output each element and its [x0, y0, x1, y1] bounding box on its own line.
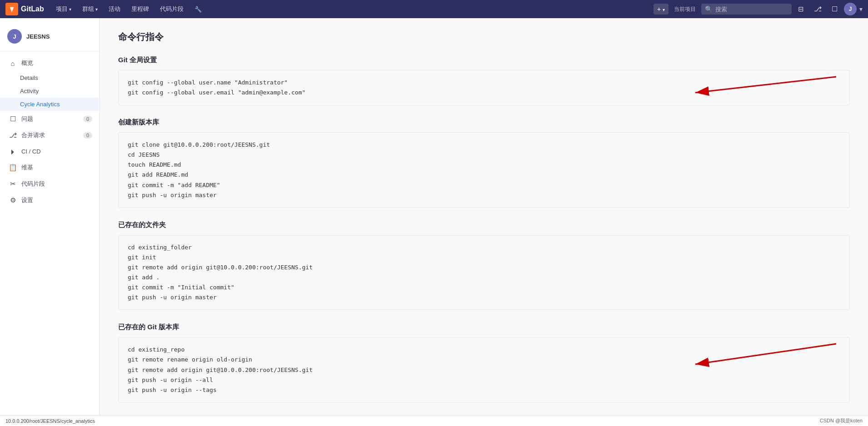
- menu-projects[interactable]: 项目 ▾: [51, 2, 76, 16]
- code-block-git-global: git config --global user.name "Administr…: [118, 70, 850, 105]
- user-avatar[interactable]: J: [844, 3, 857, 15]
- page-title: 命令行指令: [118, 31, 850, 43]
- section-existing-git-repo-title: 已存在的 Git 版本库: [118, 323, 850, 332]
- menu-milestones[interactable]: 里程碑: [127, 2, 154, 16]
- section-existing-folder: 已存在的文件夹 cd existing_folder git init git …: [118, 221, 850, 311]
- home-icon: ⌂: [9, 59, 17, 67]
- section-create-repo-title: 创建新版本库: [118, 118, 850, 127]
- chevron-down-icon: ▾: [663, 7, 665, 12]
- wrench-icon: 🔧: [195, 6, 202, 13]
- snippets-icon: ✂: [9, 180, 17, 188]
- issues-icon: ☐: [9, 115, 17, 123]
- section-existing-folder-title: 已存在的文件夹: [118, 221, 850, 229]
- sidebar-sub-details[interactable]: Details: [0, 71, 100, 84]
- issues-button[interactable]: ☐: [828, 3, 841, 15]
- settings-icon: ⚙: [9, 196, 17, 204]
- sidebar-item-merge-requests[interactable]: ⎇ 合并请求 0: [0, 127, 100, 144]
- status-right-text: CSDN @我是koten: [820, 417, 863, 424]
- sidebar-item-settings[interactable]: ⚙ 设置: [0, 192, 100, 208]
- sidebar: J JEESNS ⌂ 概览 Details Activity Cycle Ana…: [0, 18, 100, 426]
- panel-toggle-button[interactable]: ⊟: [794, 3, 808, 15]
- sidebar-user-section: J JEESNS: [0, 25, 100, 51]
- sidebar-item-overview[interactable]: ⌂ 概览: [0, 55, 100, 71]
- search-input[interactable]: [715, 6, 788, 13]
- sidebar-overview-label: 概览: [21, 59, 33, 67]
- chevron-down-icon[interactable]: ▾: [859, 5, 863, 13]
- section-existing-git-repo: 已存在的 Git 版本库 cd existing_repo git remote…: [118, 323, 850, 402]
- sidebar-item-issues[interactable]: ☐ 问题 0: [0, 111, 100, 127]
- new-item-button[interactable]: + ▾: [653, 4, 668, 15]
- top-navigation: GitLab 项目 ▾ 群组 ▾ 活动 里程碑 代码片段 🔧 + ▾ 当前项目 …: [0, 0, 868, 18]
- sidebar-sub-cycle-analytics[interactable]: Cycle Analytics: [0, 98, 100, 111]
- status-url: 10.0.0.200/root/JEESNS/cycle_analytics: [5, 418, 95, 424]
- code-block-existing-folder: cd existing_folder git init git remote a…: [118, 235, 850, 311]
- section-create-repo: 创建新版本库 git clone git@10.0.0.200:root/JEE…: [118, 118, 850, 208]
- chevron-down-icon: ▾: [69, 7, 71, 12]
- merge-icon: ⎇: [9, 131, 17, 139]
- sidebar-item-wiki[interactable]: 📋 维基: [0, 159, 100, 176]
- topnav-right-section: + ▾ 当前项目 🔍 ⊟ ⎇ ☐ J ▾: [653, 3, 863, 15]
- section-git-global-title: Git 全局设置: [118, 56, 850, 64]
- menu-snippets[interactable]: 代码片段: [155, 2, 188, 16]
- sidebar-avatar: J: [7, 29, 22, 44]
- top-menu: 项目 ▾ 群组 ▾ 活动 里程碑 代码片段 🔧: [51, 2, 653, 16]
- chevron-down-icon: ▾: [95, 7, 98, 12]
- sidebar-settings-label: 设置: [21, 196, 33, 204]
- code-block-create-repo: git clone git@10.0.0.200:root/JEESNS.git…: [118, 132, 850, 208]
- sidebar-item-cicd[interactable]: ⏵ CI / CD: [0, 144, 100, 159]
- sidebar-wiki-label: 维基: [21, 163, 33, 172]
- gitlab-logo-icon: [5, 3, 18, 15]
- sidebar-cicd-label: CI / CD: [21, 148, 41, 155]
- section-git-global: Git 全局设置 git config --global user.name "…: [118, 56, 850, 105]
- wiki-icon: 📋: [9, 163, 17, 172]
- menu-tool[interactable]: 🔧: [190, 3, 206, 15]
- status-bar: 10.0.0.200/root/JEESNS/cycle_analytics C…: [0, 415, 868, 426]
- app-logo[interactable]: GitLab: [5, 3, 44, 15]
- main-content: 命令行指令 Git 全局设置 git config --global user.…: [100, 18, 868, 426]
- sidebar-issues-label: 问题: [21, 115, 33, 123]
- menu-groups[interactable]: 群组 ▾: [78, 2, 102, 16]
- merge-requests-button[interactable]: ⎇: [810, 3, 825, 15]
- app-title: GitLab: [21, 5, 44, 13]
- search-box[interactable]: 🔍: [701, 4, 792, 15]
- sidebar-username: JEESNS: [26, 33, 50, 40]
- sidebar-merge-label: 合并请求: [21, 131, 45, 139]
- current-project-label: 当前项目: [671, 4, 698, 15]
- menu-activity[interactable]: 活动: [104, 2, 125, 16]
- cicd-icon: ⏵: [9, 148, 17, 155]
- merge-count-badge: 0: [83, 132, 92, 139]
- issues-count-badge: 0: [83, 116, 92, 122]
- main-layout: J JEESNS ⌂ 概览 Details Activity Cycle Ana…: [0, 18, 868, 426]
- code-block-existing-git-repo: cd existing_repo git remote rename origi…: [118, 337, 850, 402]
- sidebar-item-snippets[interactable]: ✂ 代码片段: [0, 176, 100, 192]
- search-icon: 🔍: [705, 5, 713, 13]
- sidebar-snippets-label: 代码片段: [21, 180, 45, 188]
- sidebar-sub-activity[interactable]: Activity: [0, 84, 100, 98]
